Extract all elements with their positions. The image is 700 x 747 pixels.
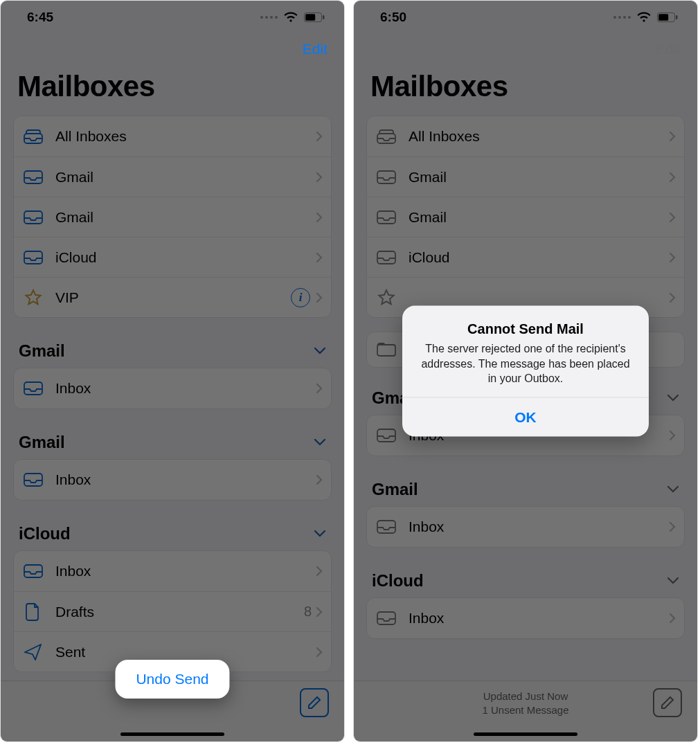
mailbox-icloud[interactable]: iCloud — [367, 237, 684, 277]
status-dots-icon — [260, 16, 278, 19]
chevron-right-icon — [669, 252, 676, 263]
folder-drafts[interactable]: Drafts 8 — [14, 591, 331, 631]
chevron-down-icon — [667, 485, 679, 494]
folder-inbox[interactable]: Inbox — [14, 460, 331, 500]
home-indicator[interactable] — [474, 732, 577, 736]
phone-right: 6:50 Edit Mailboxes All Inboxes Gmail — [353, 0, 698, 742]
chevron-right-icon — [316, 606, 323, 618]
mailbox-label: Gmail — [55, 209, 316, 226]
alert-message: The server rejected one of the recipient… — [416, 341, 635, 386]
section-header-gmail-2[interactable]: Gmail — [1, 423, 344, 459]
star-icon — [377, 289, 396, 306]
mailbox-all-inboxes[interactable]: All Inboxes — [14, 116, 331, 156]
chevron-right-icon — [669, 212, 676, 223]
chevron-right-icon — [316, 474, 323, 485]
alert-ok-button[interactable]: OK — [402, 397, 649, 436]
status-time: 6:45 — [27, 10, 53, 25]
svg-rect-19 — [377, 521, 395, 533]
page-title: Mailboxes — [1, 57, 344, 116]
chevron-right-icon — [669, 292, 676, 303]
mailbox-gmail-2[interactable]: Gmail — [14, 197, 331, 237]
mailbox-label: Gmail — [55, 169, 316, 186]
tray-icon — [377, 427, 396, 444]
folder-inbox[interactable]: Inbox — [367, 507, 684, 547]
chevron-down-icon — [667, 577, 679, 585]
tray-icon — [377, 519, 396, 535]
edit-button[interactable]: Edit — [303, 41, 327, 57]
tray-icon — [377, 169, 396, 186]
status-line-2: 1 Unsent Message — [482, 703, 568, 717]
section-title: Gmail — [19, 433, 65, 452]
compose-button[interactable] — [653, 688, 682, 717]
svg-rect-15 — [377, 211, 395, 224]
info-icon[interactable]: i — [291, 288, 310, 307]
document-icon — [24, 604, 43, 620]
phone-left: 6:45 Edit Mailboxes All Inboxes Gmai — [0, 0, 345, 742]
section-group-icloud: Inbox — [366, 597, 685, 639]
folder-label: Inbox — [55, 380, 316, 397]
wifi-icon — [283, 12, 298, 23]
svg-rect-8 — [24, 474, 42, 486]
edit-button[interactable]: Edit — [656, 41, 681, 57]
folder-label: Inbox — [409, 610, 669, 627]
home-indicator[interactable] — [120, 732, 224, 736]
section-title: Gmail — [372, 480, 418, 499]
section-header-gmail-2[interactable]: Gmail — [354, 470, 697, 506]
mailboxes-group: All Inboxes Gmail Gmail iCloud VIP i — [366, 116, 685, 318]
paperplane-icon — [24, 644, 43, 660]
nav-row: Edit — [354, 34, 697, 57]
svg-rect-5 — [24, 211, 42, 224]
svg-rect-9 — [24, 565, 42, 577]
tray-icon — [24, 169, 43, 186]
svg-rect-12 — [676, 15, 678, 19]
tray-icon — [24, 563, 43, 579]
svg-rect-11 — [658, 14, 668, 21]
tray-icon — [377, 249, 396, 266]
status-bar: 6:50 — [354, 1, 697, 34]
section-title: iCloud — [372, 571, 424, 591]
chevron-right-icon — [669, 131, 676, 142]
folder-label: Inbox — [55, 563, 316, 579]
star-icon — [24, 289, 43, 306]
chevron-right-icon — [316, 647, 323, 658]
svg-rect-14 — [377, 171, 395, 183]
folder-inbox[interactable]: Inbox — [14, 368, 331, 408]
section-header-gmail-1[interactable]: Gmail — [1, 332, 344, 368]
tray-full-icon — [377, 128, 396, 145]
alert-title: Cannot Send Mail — [416, 321, 635, 337]
section-header-icloud[interactable]: iCloud — [1, 514, 344, 550]
mailbox-gmail-1[interactable]: Gmail — [367, 156, 684, 197]
mailbox-gmail-1[interactable]: Gmail — [14, 156, 331, 197]
section-group-gmail-2: Inbox — [366, 506, 685, 548]
folder-inbox[interactable]: Inbox — [367, 598, 684, 638]
mailbox-label: iCloud — [55, 249, 316, 266]
mailbox-label: Gmail — [409, 209, 669, 226]
svg-rect-20 — [377, 612, 395, 624]
folder-icon — [377, 341, 396, 358]
chevron-right-icon — [669, 430, 676, 441]
chevron-down-icon — [314, 530, 326, 538]
undo-send-label: Undo Send — [136, 671, 208, 687]
section-header-icloud[interactable]: iCloud — [354, 561, 697, 597]
mailbox-label: Gmail — [409, 169, 669, 186]
battery-icon — [657, 12, 678, 22]
status-time: 6:50 — [380, 10, 406, 25]
bottom-status: Updated Just Now 1 Unsent Message — [482, 681, 568, 717]
mailbox-label: iCloud — [409, 249, 669, 266]
chevron-right-icon — [669, 172, 676, 183]
mailbox-all-inboxes[interactable]: All Inboxes — [367, 116, 684, 156]
chevron-right-icon — [316, 131, 323, 142]
compose-button[interactable] — [300, 688, 329, 717]
folder-count: 8 — [304, 604, 312, 620]
chevron-down-icon — [314, 438, 326, 447]
tray-icon — [24, 249, 43, 266]
mailbox-gmail-2[interactable]: Gmail — [367, 197, 684, 237]
mailbox-vip[interactable]: VIP i — [14, 277, 331, 317]
undo-send-button[interactable]: Undo Send — [115, 660, 229, 699]
mailbox-icloud[interactable]: iCloud — [14, 237, 331, 277]
folder-inbox[interactable]: Inbox — [14, 551, 331, 591]
tray-full-icon — [24, 128, 43, 145]
status-line-1: Updated Just Now — [482, 690, 568, 703]
status-bar: 6:45 — [1, 1, 344, 34]
chevron-right-icon — [316, 252, 323, 263]
